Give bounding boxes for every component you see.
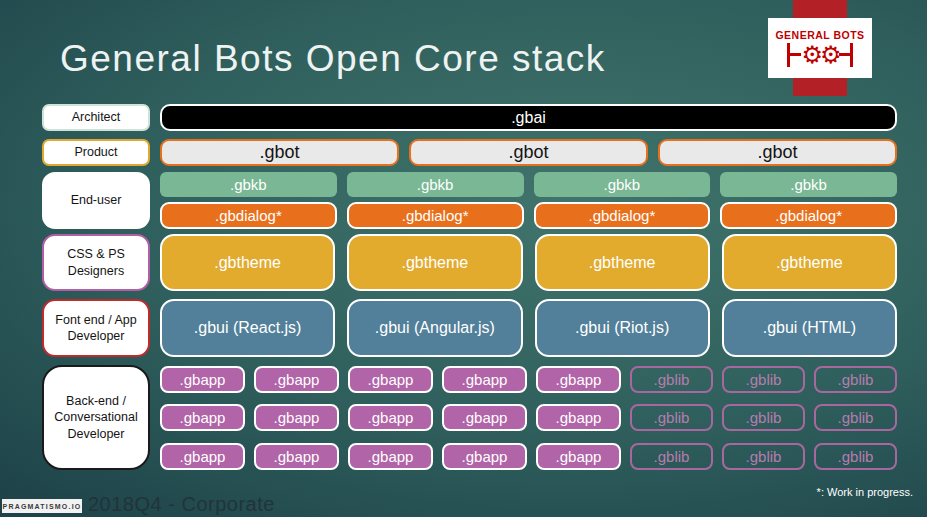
gbtheme-row: .gbtheme .gbtheme .gbtheme .gbtheme: [160, 234, 897, 291]
gbapp-box: .gbapp: [160, 404, 245, 431]
gbai-box: .gbai: [160, 104, 897, 131]
backend-row-2: .gbapp .gbapp .gbapp .gbapp .gbapp .gbli…: [160, 404, 897, 431]
gblib-box: .gblib: [814, 443, 897, 470]
gbapp-box: .gbapp: [254, 404, 339, 431]
gbapp-box: .gbapp: [348, 443, 433, 470]
gblib-box: .gblib: [814, 366, 897, 393]
role-label-architect: Architect: [42, 104, 150, 131]
gbdialog-box: .gbdialog*: [720, 202, 897, 229]
gblib-box: .gblib: [630, 443, 713, 470]
gbot-row: .gbot .gbot .gbot: [160, 139, 897, 166]
gbapp-box: .gbapp: [536, 366, 621, 393]
gbot-box: .gbot: [160, 139, 399, 166]
gbapp-box: .gbapp: [442, 404, 527, 431]
gbapp-box: .gbapp: [536, 404, 621, 431]
gbtheme-box: .gbtheme: [160, 234, 335, 291]
general-bots-logo: GENERAL BOTS ⚙⚙: [768, 18, 872, 78]
gbapp-box: .gbapp: [254, 366, 339, 393]
slide-canvas: General Bots Open Core stack GENERAL BOT…: [0, 0, 927, 517]
pragmatismo-brand-box: PRAGMATISMO.IO: [2, 499, 82, 513]
gbui-react-box: .gbui (React.js): [160, 299, 335, 357]
gbapp-box: .gbapp: [536, 443, 621, 470]
gbui-row: .gbui (React.js) .gbui (Angular.js) .gbu…: [160, 299, 897, 357]
slide-footer-label: 2018Q4 - Corporate: [88, 493, 275, 516]
page-title: General Bots Open Core stack: [60, 38, 606, 80]
gbapp-box: .gbapp: [160, 443, 245, 470]
pragmatismo-brand-label: PRAGMATISMO.IO: [3, 503, 82, 510]
gbui-html-box: .gbui (HTML): [722, 299, 897, 357]
gblib-box: .gblib: [722, 366, 805, 393]
gblib-box: .gblib: [630, 404, 713, 431]
logo-wordmark: GENERAL BOTS: [775, 29, 864, 41]
role-label-backend-conversational-developer: Back-end / Conversational Developer: [42, 365, 150, 470]
gbtheme-box: .gbtheme: [535, 234, 710, 291]
gbapp-box: .gbapp: [442, 443, 527, 470]
gbtheme-box: .gbtheme: [722, 234, 897, 291]
gbui-angular-box: .gbui (Angular.js): [347, 299, 522, 357]
gbapp-box: .gbapp: [160, 366, 245, 393]
gbdialog-box: .gbdialog*: [347, 202, 524, 229]
gbapp-box: .gbapp: [348, 404, 433, 431]
gear-glyphs-icon: ⚙⚙: [801, 44, 838, 66]
role-label-frontend-app-developer: Font end / App Developer: [42, 299, 150, 357]
gears-icon: ⚙⚙: [787, 43, 852, 67]
gbapp-box: .gbapp: [348, 366, 433, 393]
gbdialog-box: .gbdialog*: [160, 202, 337, 229]
gbdialog-box: .gbdialog*: [534, 202, 711, 229]
gblib-box: .gblib: [814, 404, 897, 431]
gear-endcap-left-icon: [787, 43, 801, 67]
gear-endcap-right-icon: [839, 43, 853, 67]
role-label-end-user: End-user: [42, 172, 150, 229]
gbui-riot-box: .gbui (Riot.js): [535, 299, 710, 357]
gblib-box: .gblib: [630, 366, 713, 393]
gblib-box: .gblib: [722, 404, 805, 431]
gbapp-box: .gbapp: [442, 366, 527, 393]
work-in-progress-footnote: *: Work in progress.: [817, 486, 913, 498]
gblib-box: .gblib: [722, 443, 805, 470]
backend-row-1: .gbapp .gbapp .gbapp .gbapp .gbapp .gbli…: [160, 366, 897, 393]
gbapp-box: .gbapp: [254, 443, 339, 470]
gbkb-box: .gbkb: [720, 172, 897, 197]
role-label-product: Product: [42, 139, 150, 166]
gbot-box: .gbot: [409, 139, 648, 166]
gbkb-box: .gbkb: [534, 172, 711, 197]
gbkb-box: .gbkb: [160, 172, 337, 197]
gbtheme-box: .gbtheme: [347, 234, 522, 291]
role-label-css-ps-designers: CSS & PS Designers: [42, 234, 150, 291]
gbkb-box: .gbkb: [347, 172, 524, 197]
gbot-box: .gbot: [658, 139, 897, 166]
backend-row-3: .gbapp .gbapp .gbapp .gbapp .gbapp .gbli…: [160, 443, 897, 470]
gbdialog-row: .gbdialog* .gbdialog* .gbdialog* .gbdial…: [160, 202, 897, 229]
gbkb-row: .gbkb .gbkb .gbkb .gbkb: [160, 172, 897, 197]
